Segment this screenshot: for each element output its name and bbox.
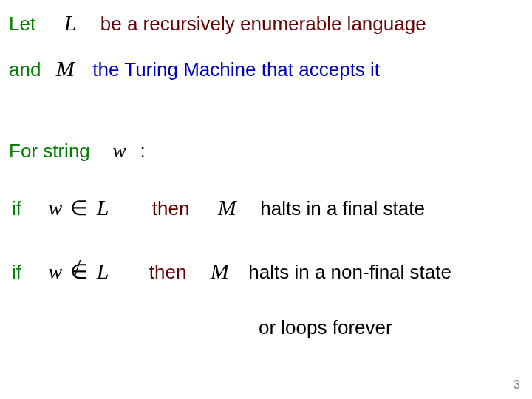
symbol-w-1: w: [112, 139, 126, 162]
word-let: Let: [9, 13, 35, 35]
symbol-M-1: M: [56, 56, 75, 81]
colon: :: [140, 140, 145, 162]
symbol-M-2: M: [218, 195, 236, 219]
text-re-language: be a recursively enumerable language: [100, 13, 426, 35]
word-if-1: if: [12, 197, 21, 219]
text-turing-machine: the Turing Machine that accepts it: [92, 58, 380, 81]
text-or-loops: or loops forever: [259, 316, 392, 339]
line-let: Let L be a recursively enumerable langua…: [9, 10, 426, 35]
text-halts-final: halts in a final state: [260, 197, 425, 219]
line-for-string: For string w :: [9, 139, 146, 163]
symbol-L-2: L: [97, 195, 109, 219]
word-if-2: if: [12, 261, 21, 283]
symbol-w-2: w: [48, 197, 62, 219]
slide: Let L be a recursively enumerable langua…: [0, 0, 532, 399]
symbol-L-3: L: [97, 259, 109, 283]
case-w-in-L: if w ∈ L then M halts in a final state: [12, 195, 425, 220]
symbol-in: ∈: [67, 197, 91, 219]
symbol-notin: ∈ /: [67, 259, 91, 284]
symbol-w-3: w: [48, 260, 62, 283]
word-and: and: [9, 58, 41, 81]
text-halts-nonfinal: halts in a non-final state: [248, 261, 451, 283]
case-w-notin-L: if w ∈ / L then M halts in a non-final s…: [12, 259, 451, 284]
word-then-1: then: [152, 197, 190, 219]
symbol-slash: /: [75, 256, 81, 282]
line-and: and M the Turing Machine that accepts it: [9, 56, 380, 81]
word-then-2: then: [149, 261, 187, 283]
text-for-string: For string: [9, 140, 90, 162]
page-number: 3: [514, 378, 520, 392]
symbol-L: L: [64, 10, 77, 35]
symbol-M-3: M: [211, 259, 229, 283]
